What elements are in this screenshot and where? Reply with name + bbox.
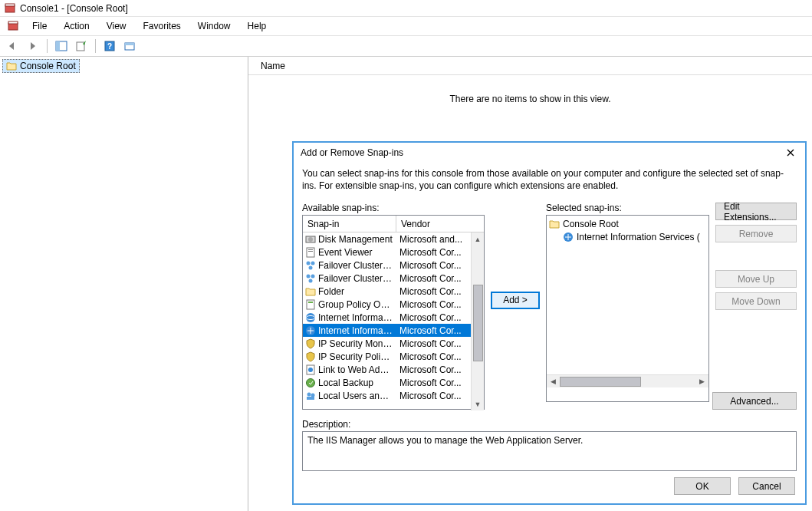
close-button[interactable] [781, 145, 800, 160]
dialog-titlebar: Add or Remove Snap-ins [293, 142, 806, 163]
advanced-button[interactable]: Advanced... [712, 392, 797, 410]
new-window-button[interactable] [121, 38, 138, 54]
remove-button[interactable]: Remove [715, 225, 797, 242]
available-row[interactable]: Local BackupMicrosoft Cor... [303, 376, 484, 389]
snapin-name: Local Backup [318, 377, 396, 388]
snapin-icon [304, 391, 317, 401]
selected-item[interactable]: Internet Information Services ( [547, 230, 708, 243]
svg-rect-32 [307, 397, 314, 400]
snapin-name: Local Users and Gro... [318, 391, 396, 401]
window-title: Console1 - [Console Root] [20, 3, 128, 14]
toolbar-separator [95, 39, 96, 53]
available-snapins-list[interactable]: Snap-in Vendor Disk ManagementMicrosoft … [302, 215, 485, 410]
selected-root-label: Console Root [563, 219, 619, 229]
app-icon-small [8, 21, 20, 31]
available-row[interactable]: Event ViewerMicrosoft Cor... [303, 246, 484, 259]
col-vendor[interactable]: Vendor [396, 219, 484, 229]
scroll-thumb[interactable] [560, 377, 641, 387]
menu-favorites[interactable]: Favorites [136, 18, 189, 34]
column-name[interactable]: Name [256, 58, 290, 74]
back-button[interactable] [5, 38, 21, 54]
snapin-icon [304, 247, 317, 258]
available-row[interactable]: FolderMicrosoft Cor... [303, 285, 484, 298]
snapin-name: IP Security Monitor [318, 338, 396, 349]
snapin-name: Internet Informatio... [318, 325, 396, 336]
export-list-button[interactable] [73, 38, 90, 54]
col-snapin[interactable]: Snap-in [303, 216, 396, 232]
menu-action[interactable]: Action [56, 18, 97, 34]
svg-point-30 [307, 392, 311, 396]
selected-label: Selected snap-ins: [546, 203, 709, 213]
scroll-down-icon[interactable]: ▼ [472, 397, 484, 410]
move-down-button[interactable]: Move Down [715, 292, 797, 310]
help-button[interactable]: ? [101, 38, 118, 54]
svg-rect-1 [5, 4, 15, 6]
close-icon [787, 149, 794, 157]
snapin-name: Link to Web Address [318, 364, 396, 375]
svg-rect-14 [308, 249, 313, 250]
svg-point-16 [307, 261, 311, 265]
svg-point-12 [308, 237, 313, 242]
snapin-icon [304, 312, 317, 323]
available-columns[interactable]: Snap-in Vendor [303, 216, 484, 232]
snapin-name: Group Policy Object ... [318, 299, 396, 310]
show-hide-tree-button[interactable] [53, 38, 70, 54]
snapin-name: IP Security Policy M... [318, 351, 396, 362]
available-row[interactable]: Internet Informatio...Microsoft Cor... [303, 311, 484, 324]
available-row[interactable]: Link to Web AddressMicrosoft Cor... [303, 363, 484, 376]
cancel-button[interactable]: Cancel [738, 477, 795, 495]
selected-item-label: Internet Information Services ( [577, 232, 700, 242]
add-button[interactable]: Add > [491, 292, 540, 309]
horizontal-scrollbar[interactable]: ◀ ▶ [547, 374, 708, 387]
app-icon [5, 3, 15, 14]
svg-text:?: ? [107, 42, 112, 51]
available-row[interactable]: IP Security Policy M...Microsoft Cor... [303, 350, 484, 363]
description-label: Description: [302, 419, 797, 430]
available-row[interactable]: Internet Informatio...Microsoft Cor... [303, 324, 484, 337]
snapin-name: Failover Cluster Man... [318, 260, 396, 271]
available-row[interactable]: IP Security MonitorMicrosoft Cor... [303, 337, 484, 350]
menu-bar: File Action View Favorites Window Help [0, 17, 812, 35]
scroll-left-icon[interactable]: ◀ [547, 375, 560, 388]
svg-rect-23 [308, 302, 313, 303]
snapin-icon [304, 286, 317, 297]
scroll-right-icon[interactable]: ▶ [695, 375, 708, 388]
dialog-title: Add or Remove Snap-ins [301, 147, 403, 158]
selected-root[interactable]: Console Root [547, 217, 708, 230]
toolbar-separator [47, 39, 48, 53]
scroll-thumb[interactable] [473, 285, 483, 361]
ok-button[interactable]: OK [674, 477, 731, 495]
empty-list-text: There are no items to show in this view. [248, 94, 812, 104]
scroll-up-icon[interactable]: ▲ [472, 232, 484, 246]
menu-file[interactable]: File [25, 18, 54, 34]
vertical-scrollbar[interactable]: ▲ ▼ [471, 232, 484, 410]
forward-button[interactable] [25, 38, 41, 54]
iis-icon [562, 232, 574, 242]
available-row[interactable]: Group Policy Object ...Microsoft Cor... [303, 298, 484, 311]
available-row[interactable]: Failover Cluster Man...Microsoft Cor... [303, 259, 484, 272]
folder-icon [6, 61, 17, 71]
tree-root-node[interactable]: Console Root [2, 59, 80, 73]
menu-window[interactable]: Window [190, 18, 238, 34]
add-remove-snapins-dialog: Add or Remove Snap-ins You can select sn… [292, 141, 807, 505]
svg-point-19 [307, 274, 311, 278]
snapin-icon [304, 364, 317, 375]
available-row[interactable]: Local Users and Gro...Microsoft Cor... [303, 389, 484, 402]
snapin-icon [304, 260, 317, 271]
menu-view[interactable]: View [99, 18, 134, 34]
menu-help[interactable]: Help [240, 18, 275, 34]
console-tree[interactable]: Console Root [0, 57, 248, 511]
snapin-icon [304, 234, 317, 245]
svg-rect-3 [8, 21, 18, 24]
available-row[interactable]: Disk ManagementMicrosoft and... [303, 232, 484, 246]
svg-point-29 [307, 378, 315, 387]
svg-point-28 [308, 368, 313, 372]
selected-snapins-tree[interactable]: Console RootInternet Information Service… [546, 215, 709, 402]
tree-root-label: Console Root [20, 61, 76, 71]
list-header[interactable]: Name [248, 57, 812, 75]
dialog-intro-text: You can select snap-ins for this console… [302, 168, 797, 192]
available-row[interactable]: Failover Cluster Man...Microsoft Cor... [303, 272, 484, 285]
move-up-button[interactable]: Move Up [715, 270, 797, 288]
edit-extensions-button[interactable]: Edit Extensions... [715, 203, 797, 220]
snapin-icon [304, 273, 317, 284]
